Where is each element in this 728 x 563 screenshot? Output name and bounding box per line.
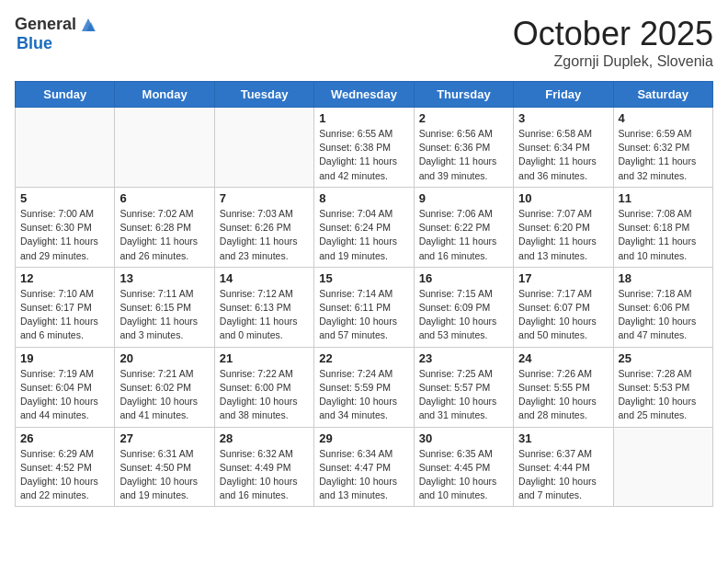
logo: General Blue	[15, 15, 98, 53]
calendar-day-cell: 21Sunrise: 7:22 AM Sunset: 6:00 PM Dayli…	[214, 347, 313, 427]
day-number: 27	[119, 431, 209, 445]
calendar-day-cell: 26Sunrise: 6:29 AM Sunset: 4:52 PM Dayli…	[16, 427, 115, 507]
weekday-header-friday: Friday	[514, 82, 613, 108]
day-number: 28	[220, 431, 309, 445]
calendar-day-cell: 25Sunrise: 7:28 AM Sunset: 5:53 PM Dayli…	[613, 347, 712, 427]
day-number: 9	[419, 191, 508, 205]
day-info: Sunrise: 7:00 AM Sunset: 6:30 PM Dayligh…	[20, 207, 109, 263]
calendar-week-row: 26Sunrise: 6:29 AM Sunset: 4:52 PM Dayli…	[16, 427, 713, 507]
calendar-table: SundayMondayTuesdayWednesdayThursdayFrid…	[15, 81, 713, 507]
calendar-day-cell: 16Sunrise: 7:15 AM Sunset: 6:09 PM Dayli…	[414, 267, 513, 347]
day-number: 4	[619, 111, 708, 125]
day-number: 12	[20, 271, 109, 285]
day-info: Sunrise: 7:15 AM Sunset: 6:09 PM Dayligh…	[419, 287, 508, 343]
calendar-day-cell: 19Sunrise: 7:19 AM Sunset: 6:04 PM Dayli…	[16, 347, 115, 427]
page-header: General Blue October 2025 Zgornji Duplek…	[15, 15, 713, 70]
day-number: 13	[119, 271, 209, 285]
day-number: 30	[419, 431, 508, 445]
day-info: Sunrise: 7:06 AM Sunset: 6:22 PM Dayligh…	[419, 207, 508, 263]
calendar-day-cell: 12Sunrise: 7:10 AM Sunset: 6:17 PM Dayli…	[16, 267, 115, 347]
weekday-header-wednesday: Wednesday	[314, 82, 414, 108]
calendar-day-cell: 2Sunrise: 6:56 AM Sunset: 6:36 PM Daylig…	[414, 108, 513, 188]
day-info: Sunrise: 6:55 AM Sunset: 6:38 PM Dayligh…	[319, 127, 408, 183]
day-info: Sunrise: 7:26 AM Sunset: 5:55 PM Dayligh…	[518, 367, 608, 423]
day-info: Sunrise: 6:58 AM Sunset: 6:34 PM Dayligh…	[518, 127, 608, 183]
day-info: Sunrise: 7:24 AM Sunset: 5:59 PM Dayligh…	[319, 367, 408, 423]
day-number: 8	[319, 191, 408, 205]
day-number: 20	[119, 351, 209, 365]
day-info: Sunrise: 7:10 AM Sunset: 6:17 PM Dayligh…	[20, 287, 109, 343]
calendar-day-cell: 15Sunrise: 7:14 AM Sunset: 6:11 PM Dayli…	[314, 267, 414, 347]
calendar-day-cell	[16, 108, 115, 188]
day-number: 29	[319, 431, 408, 445]
day-number: 31	[518, 431, 608, 445]
day-number: 16	[419, 271, 508, 285]
calendar-day-cell: 11Sunrise: 7:08 AM Sunset: 6:18 PM Dayli…	[613, 187, 712, 267]
day-number: 22	[319, 351, 408, 365]
calendar-week-row: 1Sunrise: 6:55 AM Sunset: 6:38 PM Daylig…	[16, 108, 713, 188]
day-info: Sunrise: 6:29 AM Sunset: 4:52 PM Dayligh…	[20, 447, 109, 503]
day-number: 14	[220, 271, 309, 285]
day-number: 26	[20, 431, 109, 445]
day-info: Sunrise: 7:14 AM Sunset: 6:11 PM Dayligh…	[319, 287, 408, 343]
calendar-day-cell: 8Sunrise: 7:04 AM Sunset: 6:24 PM Daylig…	[314, 187, 414, 267]
day-info: Sunrise: 7:07 AM Sunset: 6:20 PM Dayligh…	[518, 207, 608, 263]
logo-blue: Blue	[17, 35, 52, 53]
calendar-week-row: 12Sunrise: 7:10 AM Sunset: 6:17 PM Dayli…	[16, 267, 713, 347]
day-info: Sunrise: 6:35 AM Sunset: 4:45 PM Dayligh…	[419, 447, 508, 503]
calendar-day-cell: 17Sunrise: 7:17 AM Sunset: 6:07 PM Dayli…	[514, 267, 613, 347]
day-number: 11	[619, 191, 708, 205]
calendar-day-cell	[613, 427, 712, 507]
weekday-header-monday: Monday	[115, 82, 214, 108]
calendar-day-cell: 5Sunrise: 7:00 AM Sunset: 6:30 PM Daylig…	[16, 187, 115, 267]
calendar-day-cell	[115, 108, 214, 188]
day-number: 23	[419, 351, 508, 365]
calendar-day-cell: 23Sunrise: 7:25 AM Sunset: 5:57 PM Dayli…	[414, 347, 513, 427]
day-number: 10	[518, 191, 608, 205]
weekday-header-thursday: Thursday	[414, 82, 513, 108]
weekday-header-sunday: Sunday	[16, 82, 115, 108]
calendar-day-cell	[214, 108, 313, 188]
calendar-day-cell: 30Sunrise: 6:35 AM Sunset: 4:45 PM Dayli…	[414, 427, 513, 507]
day-info: Sunrise: 7:11 AM Sunset: 6:15 PM Dayligh…	[119, 287, 209, 343]
day-info: Sunrise: 7:28 AM Sunset: 5:53 PM Dayligh…	[619, 367, 708, 423]
calendar-week-row: 5Sunrise: 7:00 AM Sunset: 6:30 PM Daylig…	[16, 187, 713, 267]
day-info: Sunrise: 6:59 AM Sunset: 6:32 PM Dayligh…	[619, 127, 708, 183]
day-number: 3	[518, 111, 608, 125]
day-info: Sunrise: 7:02 AM Sunset: 6:28 PM Dayligh…	[119, 207, 209, 263]
weekday-header-saturday: Saturday	[613, 82, 712, 108]
month-title: October 2025	[513, 15, 713, 53]
calendar-day-cell: 4Sunrise: 6:59 AM Sunset: 6:32 PM Daylig…	[613, 108, 712, 188]
day-info: Sunrise: 7:25 AM Sunset: 5:57 PM Dayligh…	[419, 367, 508, 423]
calendar-day-cell: 7Sunrise: 7:03 AM Sunset: 6:26 PM Daylig…	[214, 187, 313, 267]
day-number: 19	[20, 351, 109, 365]
calendar-day-cell: 3Sunrise: 6:58 AM Sunset: 6:34 PM Daylig…	[514, 108, 613, 188]
calendar-day-cell: 6Sunrise: 7:02 AM Sunset: 6:28 PM Daylig…	[115, 187, 214, 267]
day-number: 15	[319, 271, 408, 285]
calendar-day-cell: 31Sunrise: 6:37 AM Sunset: 4:44 PM Dayli…	[514, 427, 613, 507]
calendar-day-cell: 18Sunrise: 7:18 AM Sunset: 6:06 PM Dayli…	[613, 267, 712, 347]
weekday-header-tuesday: Tuesday	[214, 82, 313, 108]
weekday-header-row: SundayMondayTuesdayWednesdayThursdayFrid…	[16, 82, 713, 108]
calendar-day-cell: 29Sunrise: 6:34 AM Sunset: 4:47 PM Dayli…	[314, 427, 414, 507]
day-number: 21	[220, 351, 309, 365]
day-number: 24	[518, 351, 608, 365]
day-info: Sunrise: 7:12 AM Sunset: 6:13 PM Dayligh…	[220, 287, 309, 343]
day-info: Sunrise: 7:17 AM Sunset: 6:07 PM Dayligh…	[518, 287, 608, 343]
day-number: 18	[619, 271, 708, 285]
calendar-day-cell: 10Sunrise: 7:07 AM Sunset: 6:20 PM Dayli…	[514, 187, 613, 267]
day-info: Sunrise: 7:08 AM Sunset: 6:18 PM Dayligh…	[619, 207, 708, 263]
day-info: Sunrise: 7:19 AM Sunset: 6:04 PM Dayligh…	[20, 367, 109, 423]
calendar-day-cell: 22Sunrise: 7:24 AM Sunset: 5:59 PM Dayli…	[314, 347, 414, 427]
calendar-day-cell: 20Sunrise: 7:21 AM Sunset: 6:02 PM Dayli…	[115, 347, 214, 427]
day-number: 2	[419, 111, 508, 125]
calendar-day-cell: 27Sunrise: 6:31 AM Sunset: 4:50 PM Dayli…	[115, 427, 214, 507]
day-info: Sunrise: 6:31 AM Sunset: 4:50 PM Dayligh…	[119, 447, 209, 503]
day-number: 1	[319, 111, 408, 125]
title-block: October 2025 Zgornji Duplek, Slovenia	[513, 15, 713, 70]
day-info: Sunrise: 6:56 AM Sunset: 6:36 PM Dayligh…	[419, 127, 508, 183]
day-info: Sunrise: 6:37 AM Sunset: 4:44 PM Dayligh…	[518, 447, 608, 503]
calendar-day-cell: 28Sunrise: 6:32 AM Sunset: 4:49 PM Dayli…	[214, 427, 313, 507]
calendar-week-row: 19Sunrise: 7:19 AM Sunset: 6:04 PM Dayli…	[16, 347, 713, 427]
day-info: Sunrise: 7:04 AM Sunset: 6:24 PM Dayligh…	[319, 207, 408, 263]
